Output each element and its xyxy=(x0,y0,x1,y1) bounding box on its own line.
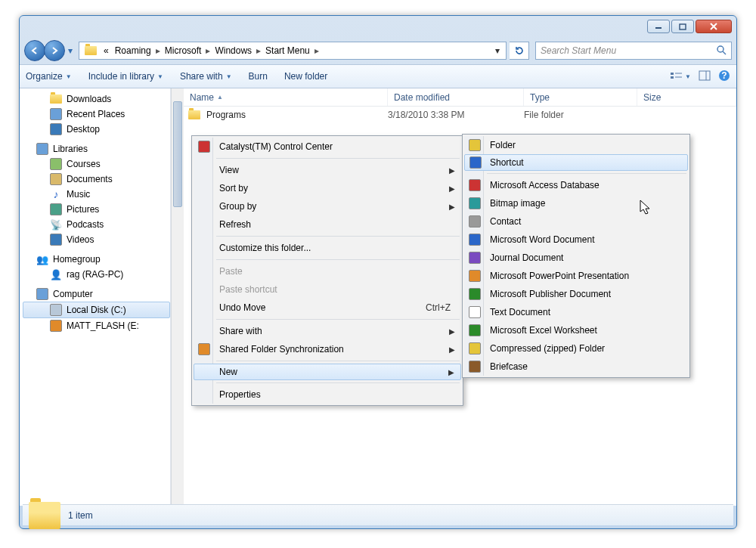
menu-item-microsoft-powerpoint-presentation[interactable]: Microsoft PowerPoint Presentation xyxy=(464,267,688,285)
chevron-right-icon[interactable]: ▸ xyxy=(154,45,162,56)
sidebar-group-computer[interactable]: Computer xyxy=(23,282,170,302)
drive-icon xyxy=(50,304,62,316)
ppt-icon xyxy=(469,270,481,282)
menu-item-sort-by[interactable]: Sort by▶ xyxy=(194,179,461,197)
file-row[interactable]: Programs 3/18/2010 3:38 PM File folder xyxy=(184,107,736,123)
folder-icon xyxy=(469,139,481,151)
breadcrumb[interactable]: Roaming xyxy=(112,44,154,57)
sidebar-item-podcasts[interactable]: 📡Podcasts xyxy=(23,217,170,232)
forward-button[interactable] xyxy=(44,40,65,61)
share-with-menu[interactable]: Share with▼ xyxy=(180,71,232,82)
sidebar-group-homegroup[interactable]: 👥Homegroup xyxy=(23,247,170,267)
menu-item-text-document[interactable]: Text Document xyxy=(464,303,688,321)
menu-item-view[interactable]: View▶ xyxy=(194,161,461,179)
toolbar: Organize▼ Include in library▼ Share with… xyxy=(20,64,736,88)
back-button[interactable] xyxy=(24,40,45,61)
menu-item-bitmap-image[interactable]: Bitmap image xyxy=(464,194,688,212)
chevron-right-icon[interactable]: ▸ xyxy=(313,45,321,56)
menu-item-shortcut[interactable]: Shortcut xyxy=(464,154,688,171)
column-date[interactable]: Date modified xyxy=(388,88,524,106)
new-folder-button[interactable]: New folder xyxy=(284,71,327,82)
maximize-button[interactable] xyxy=(671,20,694,33)
menu-item-briefcase[interactable]: Briefcase xyxy=(464,358,688,376)
library-icon xyxy=(50,158,62,170)
ati-icon xyxy=(198,141,210,153)
burn-button[interactable]: Burn xyxy=(249,71,268,82)
breadcrumb[interactable]: Start Menu xyxy=(262,44,313,57)
minimize-button[interactable] xyxy=(647,20,670,33)
address-bar[interactable]: « Roaming ▸ Microsoft ▸ Windows ▸ Start … xyxy=(79,42,507,60)
menu-item-catalyst-tm-control-center[interactable]: Catalyst(TM) Control Center xyxy=(194,138,461,156)
status-text: 1 item xyxy=(68,510,93,521)
menu-item-folder[interactable]: Folder xyxy=(464,136,688,154)
shortcut-icon xyxy=(469,156,482,169)
sidebar-item-homegroup-user[interactable]: 👤rag (RAG-PC) xyxy=(23,267,170,282)
svg-point-2 xyxy=(717,46,723,52)
folder-icon xyxy=(84,44,98,57)
menu-item-refresh[interactable]: Refresh xyxy=(194,215,461,234)
chevron-right-icon[interactable]: ▸ xyxy=(255,45,262,56)
pub-icon xyxy=(469,288,481,300)
homegroup-icon: 👥 xyxy=(36,253,48,265)
sidebar-item-recent-places[interactable]: Recent Places xyxy=(23,107,170,122)
menu-item-undo-move[interactable]: Undo MoveCtrl+Z xyxy=(194,299,461,317)
search-placeholder: Search Start Menu xyxy=(541,45,716,56)
menu-item-properties[interactable]: Properties xyxy=(194,385,461,404)
menu-item-shared-folder-synchronization[interactable]: Shared Folder Synchronization▶ xyxy=(194,340,461,358)
menu-item-microsoft-access-database[interactable]: Microsoft Access Database xyxy=(464,176,688,194)
sidebar-item-courses[interactable]: Courses xyxy=(23,156,170,172)
zip-icon xyxy=(469,342,481,354)
sidebar-item-local-disk[interactable]: Local Disk (C:) xyxy=(23,302,170,318)
podcasts-icon: 📡 xyxy=(50,218,62,231)
close-button[interactable] xyxy=(696,20,732,33)
menu-item-microsoft-word-document[interactable]: Microsoft Word Document xyxy=(464,231,688,249)
breadcrumb-overflow[interactable]: « xyxy=(101,44,112,57)
help-button[interactable]: ? xyxy=(718,70,730,84)
breadcrumb[interactable]: Microsoft xyxy=(162,44,205,57)
menu-item-customize-this-folder[interactable]: Customize this folder... xyxy=(194,239,461,257)
menu-item-microsoft-publisher-document[interactable]: Microsoft Publisher Document xyxy=(464,285,688,303)
menu-item-compressed-zipped-folder[interactable]: Compressed (zipped) Folder xyxy=(464,339,688,358)
sidebar-scrollbar[interactable] xyxy=(171,88,184,506)
file-list: Name ▲ Date modified Type Size Programs … xyxy=(184,88,736,506)
sidebar-item-downloads[interactable]: Downloads xyxy=(23,91,170,107)
sidebar-item-music[interactable]: ♪Music xyxy=(23,187,170,202)
xls-icon xyxy=(469,324,481,336)
sidebar-item-videos[interactable]: Videos xyxy=(23,232,170,247)
svg-rect-8 xyxy=(699,71,710,80)
menu-item-paste: Paste xyxy=(194,262,461,280)
sidebar-item-desktop[interactable]: Desktop xyxy=(23,122,170,137)
view-options-button[interactable]: ▼ xyxy=(670,71,691,82)
menu-item-contact[interactable]: Contact xyxy=(464,212,688,231)
menu-item-new[interactable]: New▶ xyxy=(194,364,461,380)
menu-item-group-by[interactable]: Group by▶ xyxy=(194,197,461,215)
nav-history-dropdown[interactable]: ▾ xyxy=(65,41,76,60)
include-library-menu[interactable]: Include in library▼ xyxy=(88,71,163,82)
svg-text:?: ? xyxy=(721,70,727,81)
folder-icon xyxy=(29,502,60,529)
search-icon xyxy=(716,45,727,57)
sidebar-item-flash-drive[interactable]: MATT_FLASH (E: xyxy=(23,318,170,333)
sidebar-item-documents[interactable]: Documents xyxy=(23,172,170,187)
sidebar-group-libraries[interactable]: Libraries xyxy=(23,137,170,156)
videos-icon xyxy=(50,234,62,246)
drive-icon xyxy=(50,320,62,332)
chevron-right-icon[interactable]: ▸ xyxy=(204,45,212,56)
navigation-pane: Downloads Recent Places Desktop Librarie… xyxy=(20,88,171,506)
menu-item-share-with[interactable]: Share with▶ xyxy=(194,322,461,340)
column-size[interactable]: Size xyxy=(637,88,736,106)
preview-pane-button[interactable] xyxy=(699,70,711,83)
address-dropdown[interactable]: ▾ xyxy=(491,45,504,56)
organize-menu[interactable]: Organize▼ xyxy=(26,71,72,82)
bitmap-icon xyxy=(469,197,481,209)
column-type[interactable]: Type xyxy=(524,88,637,106)
menu-item-journal-document[interactable]: Journal Document xyxy=(464,249,688,267)
refresh-button[interactable] xyxy=(510,42,529,60)
sidebar-item-pictures[interactable]: Pictures xyxy=(23,202,170,217)
svg-rect-4 xyxy=(671,73,674,75)
word-icon xyxy=(469,234,481,246)
breadcrumb[interactable]: Windows xyxy=(212,44,255,57)
column-name[interactable]: Name ▲ xyxy=(184,88,388,106)
menu-item-microsoft-excel-worksheet[interactable]: Microsoft Excel Worksheet xyxy=(464,321,688,339)
search-input[interactable]: Search Start Menu xyxy=(535,42,732,60)
